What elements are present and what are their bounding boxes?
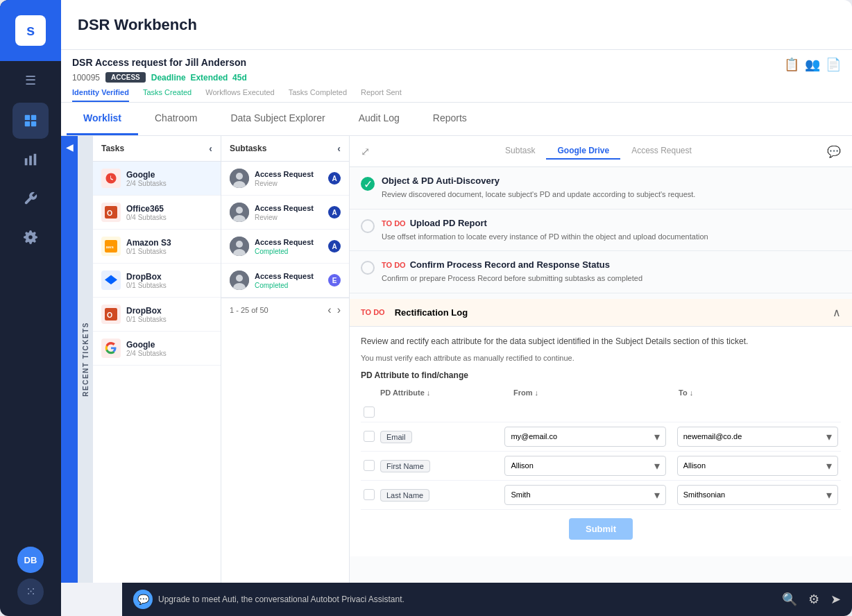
task-item-google-1[interactable]: Google 2/4 Subtasks [93, 162, 221, 196]
filter-button[interactable]: ⚙ [808, 592, 819, 607]
detail-tab-subtask[interactable]: Subtask [494, 143, 546, 160]
subtask-item-1[interactable]: Access Request Review A [221, 162, 349, 196]
to-email-select[interactable]: newemail@co.de ▾ [677, 427, 838, 447]
from-lastname-select[interactable]: Smith ▾ [504, 485, 665, 505]
task-info-amazon: Amazon S3 0/1 Subtasks [126, 238, 212, 255]
tab-data-subject-explorer[interactable]: Data Subject Explorer [214, 103, 341, 135]
to-lastname-value: Smithsonian [683, 490, 826, 499]
svg-text:O: O [107, 209, 112, 217]
task-content-2: TO DOUpload PD Report Use offset informa… [382, 218, 841, 243]
svg-rect-3 [31, 121, 36, 126]
task-item-amazon-s3[interactable]: aws Amazon S3 0/1 Subtasks [93, 230, 221, 264]
task-info-google-1: Google 2/4 Subtasks [126, 170, 212, 187]
subtask-avatar-1 [230, 169, 249, 188]
deadline-status: Extended [190, 73, 228, 83]
svg-text:O: O [107, 311, 112, 319]
from-email-select[interactable]: my@email.co ▾ [504, 427, 665, 447]
ticket-title: DSR Access request for Jill Anderson [72, 57, 247, 68]
attr-checkbox-placeholder[interactable] [364, 407, 375, 418]
subtask-avatar-4 [230, 271, 249, 290]
attr-checkbox-firstname[interactable] [364, 460, 375, 471]
collapse-icon[interactable]: ∧ [833, 306, 841, 319]
detail-tab-access-request[interactable]: Access Request [620, 143, 703, 160]
task-check-1[interactable]: ✓ [361, 177, 375, 191]
auti-message: 💬 Upgrade to meet Auti, the conversation… [133, 590, 404, 609]
search-button[interactable]: 🔍 [782, 592, 797, 607]
google-icon-1 [101, 169, 121, 188]
task-check-2[interactable] [361, 219, 375, 233]
progress-tab-identity[interactable]: Identity Verified [72, 88, 129, 102]
task-content-1: Object & PD Auti-Discovery Review discov… [382, 176, 841, 200]
sidebar-item-settings[interactable] [12, 219, 49, 255]
settings-icon [23, 230, 38, 245]
dropbox-icon-2: O [101, 305, 121, 324]
svg-rect-5 [29, 156, 32, 166]
col-from: From ↓ [513, 388, 673, 397]
detail-tab-google-drive[interactable]: Google Drive [546, 143, 620, 160]
task-item-dropbox-2[interactable]: O DropBox 0/1 Subtasks [93, 298, 221, 332]
tab-worklist[interactable]: Worklist [67, 103, 138, 135]
export-icon[interactable]: 📋 [784, 57, 799, 72]
attr-checkbox-email[interactable] [364, 431, 375, 442]
sidebar-item-analytics[interactable] [12, 142, 49, 178]
task-item-google-2[interactable]: Google 2/4 Subtasks [93, 332, 221, 366]
subtasks-header-label: Subtasks [230, 144, 266, 153]
menu-button[interactable]: ☰ [0, 64, 61, 97]
expand-icon[interactable]: ⤢ [361, 145, 370, 158]
document-icon[interactable]: 📄 [826, 57, 841, 72]
svg-rect-0 [25, 115, 30, 120]
progress-tab-report[interactable]: Report Sent [361, 88, 402, 102]
subtask-badge-1: A [328, 172, 341, 185]
auti-icon: 💬 [133, 590, 153, 609]
workspace: Worklist Chatroom Data Subject Explorer … [61, 103, 852, 583]
comment-icon[interactable]: 💬 [827, 145, 841, 158]
svg-point-14 [236, 173, 243, 180]
sidebar-item-tools[interactable] [12, 180, 49, 216]
task-info-google-2: Google 2/4 Subtasks [126, 340, 212, 357]
task-item-office365[interactable]: O Office365 0/4 Subtasks [93, 196, 221, 230]
pagination-text: 1 - 25 of 50 [230, 306, 269, 314]
recent-tickets-label: RECENT TICKETS [82, 322, 90, 397]
prev-page-button[interactable]: ‹ [327, 304, 331, 316]
subtasks-nav-left[interactable]: ‹ [337, 143, 341, 154]
attr-checkbox-lastname[interactable] [364, 489, 375, 500]
to-firstname-select[interactable]: Allison ▾ [677, 456, 838, 476]
task-item-dropbox-1[interactable]: DropBox 0/1 Subtasks [93, 264, 221, 298]
sidebar-item-home[interactable] [12, 103, 49, 139]
share-button[interactable]: ➤ [830, 592, 841, 607]
google-icon-2 [101, 339, 121, 358]
progress-tab-completed[interactable]: Tasks Completed [289, 88, 347, 102]
sidebar: s ☰ DB ⁙ [0, 0, 61, 616]
svg-point-20 [236, 241, 243, 248]
tasks-nav-left[interactable]: ‹ [209, 143, 212, 154]
subtask-avatar-2 [230, 203, 249, 222]
analytics-icon [23, 152, 38, 167]
users-icon[interactable]: 👥 [805, 57, 820, 72]
task-content-3: TO DOConfirm Process Record and Response… [382, 259, 841, 284]
progress-tab-workflows[interactable]: Workflows Executed [205, 88, 274, 102]
user-avatar[interactable]: DB [17, 547, 44, 573]
collapse-button[interactable]: ◀ [61, 136, 78, 583]
sidebar-bottom: DB ⁙ [17, 547, 44, 605]
to-lastname-select[interactable]: Smithsonian ▾ [677, 485, 838, 505]
todo-label-3: TO DO [382, 261, 406, 269]
tasks-header-label: Tasks [101, 144, 124, 153]
recent-tickets-tab[interactable]: RECENT TICKETS [78, 136, 93, 583]
subtask-item-2[interactable]: Access Request Review A [221, 196, 349, 230]
subtask-item-4[interactable]: Access Request Completed E [221, 264, 349, 298]
tab-chatroom[interactable]: Chatroom [138, 103, 214, 135]
subtask-info-4: Access Request Completed [255, 272, 323, 289]
subtask-avatar-3 [230, 237, 249, 256]
subtask-item-3[interactable]: Access Request Completed A [221, 230, 349, 264]
submit-button[interactable]: Submit [569, 518, 633, 540]
tab-reports[interactable]: Reports [416, 103, 484, 135]
rectification-header[interactable]: TO DO Rectification Log ∧ [350, 299, 852, 327]
logo-icon: s [26, 22, 35, 40]
tab-audit-log[interactable]: Audit Log [342, 103, 416, 135]
progress-tab-tasks[interactable]: Tasks Created [143, 88, 191, 102]
task-check-3[interactable] [361, 261, 375, 275]
apps-button[interactable]: ⁙ [17, 579, 44, 605]
next-page-button[interactable]: › [337, 304, 341, 316]
from-firstname-select[interactable]: Allison ▾ [504, 456, 665, 476]
task-label-1: Object & PD Auti-Discovery [382, 176, 841, 186]
